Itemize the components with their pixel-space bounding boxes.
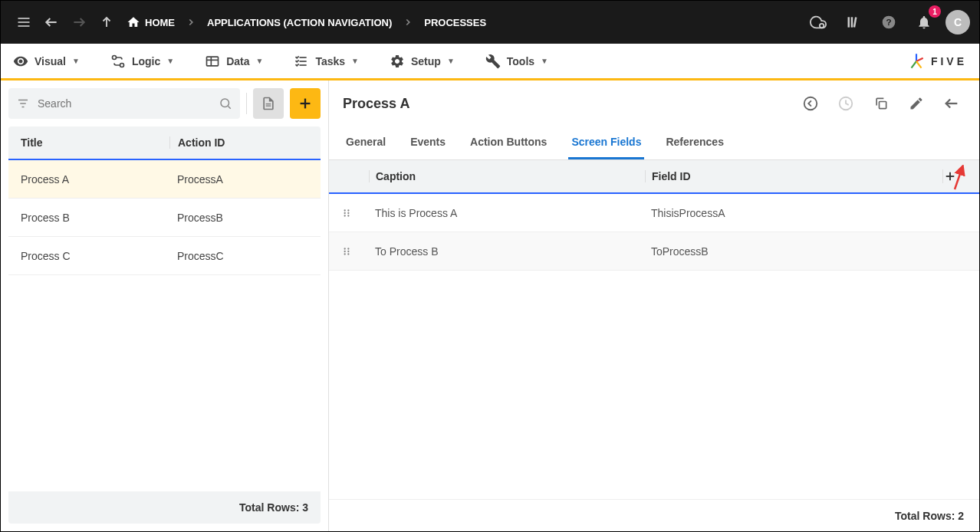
svg-rect-31 (880, 102, 886, 109)
right-table-header: Caption Field ID (329, 160, 979, 194)
svg-rect-9 (853, 17, 857, 28)
history-icon (832, 90, 860, 117)
right-panel: Process A GeneralEventsAction ButtonsScr… (329, 80, 979, 531)
tab-general[interactable]: General (343, 126, 389, 159)
svg-point-36 (347, 209, 349, 211)
help-icon[interactable]: ? (875, 8, 903, 36)
svg-point-35 (344, 209, 346, 211)
breadcrumb-home-label: HOME (145, 17, 175, 28)
col-action-header[interactable]: Action ID (169, 136, 321, 149)
search-input[interactable] (38, 97, 211, 110)
table-row[interactable]: Process CProcessC (8, 237, 321, 275)
tab-screen-fields[interactable]: Screen Fields (568, 126, 644, 159)
filter-icon[interactable] (16, 97, 30, 110)
menu-setup[interactable]: Setup ▼ (390, 54, 455, 69)
row-action: ProcessC (169, 250, 321, 262)
search-box[interactable] (8, 88, 240, 119)
row-fieldid: ThisisProcessA (645, 207, 979, 219)
svg-point-37 (344, 212, 346, 213)
left-table-body: Process AProcessAProcess BProcessBProces… (8, 160, 321, 275)
back-arrow-icon[interactable] (938, 90, 965, 117)
left-table: Title Action ID Process AProcessAProcess… (1, 126, 328, 491)
right-header: Process A (329, 80, 979, 126)
table-row[interactable]: This is Process AThisisProcessA (329, 194, 979, 232)
cloud-icon[interactable] (804, 8, 832, 36)
add-field-button[interactable] (942, 169, 979, 183)
svg-rect-8 (851, 17, 853, 27)
menu-tasks[interactable]: Tasks ▼ (294, 54, 359, 69)
menu-icon[interactable] (10, 8, 38, 36)
breadcrumb: HOME APPLICATIONS (ACTION NAVIGATION) PR… (120, 15, 804, 29)
right-table-body: This is Process AThisisProcessATo Proces… (329, 194, 979, 271)
row-title: Process A (8, 173, 169, 186)
forward-icon (65, 8, 93, 36)
drag-handle-icon[interactable] (341, 208, 369, 218)
add-button[interactable] (290, 88, 321, 119)
svg-point-40 (347, 215, 349, 216)
svg-point-46 (347, 253, 349, 255)
search-icon[interactable] (219, 97, 232, 110)
svg-point-12 (112, 55, 116, 59)
menu-visual-label: Visual (35, 55, 66, 67)
avatar[interactable]: C (945, 10, 970, 34)
tab-references[interactable]: References (663, 126, 727, 159)
right-footer: Total Rows: 2 (329, 499, 979, 531)
svg-rect-14 (207, 57, 219, 66)
breadcrumb-home[interactable]: HOME (120, 15, 181, 29)
divider (246, 93, 247, 114)
chevron-down-icon: ▼ (72, 57, 80, 65)
svg-point-44 (347, 250, 349, 251)
menu-tools-label: Tools (507, 55, 534, 67)
up-icon[interactable] (93, 8, 120, 36)
left-table-header: Title Action ID (8, 126, 321, 160)
svg-point-41 (344, 248, 346, 249)
chevron-down-icon: ▼ (447, 57, 455, 65)
svg-point-38 (347, 212, 349, 213)
menu-tasks-label: Tasks (315, 55, 345, 67)
chevron-down-icon: ▼ (166, 57, 174, 65)
caption-column-header[interactable]: Caption (369, 170, 645, 182)
left-toolbar (1, 80, 328, 126)
breadcrumb-applications[interactable]: APPLICATIONS (ACTION NAVIGATION) (201, 17, 398, 28)
edit-icon[interactable] (903, 90, 930, 117)
menu-bar: Visual ▼ Logic ▼ Data ▼ Tasks ▼ Setup ▼ … (1, 44, 979, 80)
fieldid-column-header[interactable]: Field ID (645, 170, 942, 182)
table-row[interactable]: To Process BToProcessB (329, 232, 979, 271)
svg-point-43 (344, 250, 346, 251)
svg-line-24 (228, 106, 230, 108)
avatar-initial: C (954, 16, 962, 28)
breadcrumb-applications-label: APPLICATIONS (ACTION NAVIGATION) (207, 17, 392, 28)
breadcrumb-processes-label: PROCESSES (424, 17, 486, 28)
col-title-header[interactable]: Title (8, 136, 169, 149)
menu-data-label: Data (226, 55, 249, 67)
svg-rect-25 (266, 103, 271, 104)
left-panel: Title Action ID Process AProcessAProcess… (1, 80, 329, 531)
back-icon[interactable] (38, 8, 65, 36)
menu-logic[interactable]: Logic ▼ (110, 54, 174, 69)
menu-visual[interactable]: Visual ▼ (13, 54, 80, 69)
undo-icon[interactable] (797, 90, 824, 117)
page-title: Process A (343, 96, 789, 112)
drag-handle-icon[interactable] (341, 246, 369, 257)
tab-action-buttons[interactable]: Action Buttons (467, 126, 550, 159)
document-button[interactable] (253, 88, 284, 119)
svg-point-42 (347, 248, 349, 249)
menu-tools[interactable]: Tools ▼ (485, 54, 548, 69)
row-caption: To Process B (369, 245, 645, 258)
brand-label: FIVE (931, 55, 967, 67)
table-row[interactable]: Process BProcessB (8, 199, 321, 237)
svg-point-39 (344, 215, 346, 216)
menu-data[interactable]: Data ▼ (205, 54, 263, 69)
breadcrumb-processes[interactable]: PROCESSES (418, 17, 492, 28)
notifications-icon[interactable]: 1 (910, 8, 938, 36)
row-action: ProcessB (169, 212, 321, 224)
menu-setup-label: Setup (411, 55, 441, 67)
table-row[interactable]: Process AProcessA (8, 160, 321, 199)
svg-point-23 (221, 99, 229, 107)
right-total-rows: Total Rows: 2 (895, 510, 964, 522)
library-icon[interactable] (840, 8, 867, 36)
tabs: GeneralEventsAction ButtonsScreen Fields… (329, 126, 979, 160)
tab-events[interactable]: Events (407, 126, 449, 159)
copy-icon[interactable] (867, 90, 895, 117)
right-body: Caption Field ID This is Process AThisis… (329, 160, 979, 531)
